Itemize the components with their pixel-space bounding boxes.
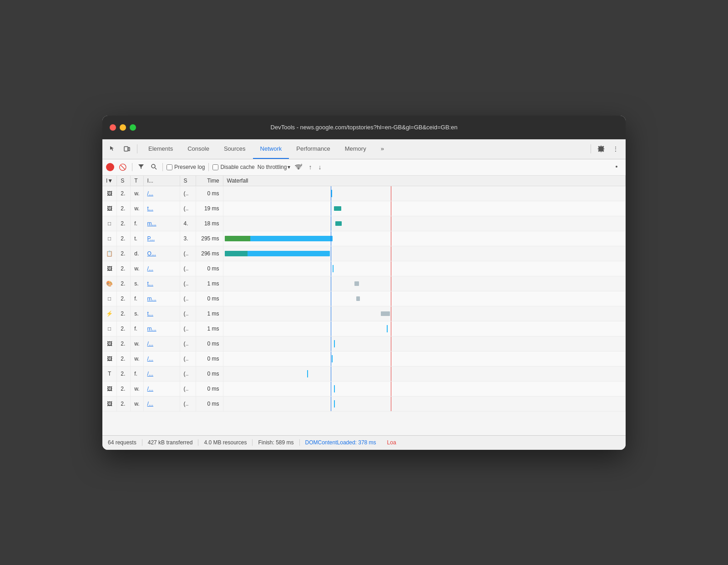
table-row[interactable]: 🎨2.s.t...(..1 ms bbox=[102, 276, 626, 291]
filter-icon[interactable] bbox=[136, 163, 146, 172]
table-row[interactable]: □2.t.P...3.295 ms bbox=[102, 231, 626, 246]
table-row[interactable]: 🖼2.w./...(..0 ms bbox=[102, 351, 626, 366]
settings-icon[interactable] bbox=[595, 143, 607, 155]
traffic-lights bbox=[110, 124, 136, 131]
th-name[interactable]: I... bbox=[143, 176, 180, 186]
disable-cache-input[interactable] bbox=[212, 164, 218, 170]
clear-button[interactable]: 🚫 bbox=[117, 163, 128, 172]
tab-elements[interactable]: Elements bbox=[141, 139, 180, 159]
search-icon[interactable] bbox=[149, 163, 159, 172]
preserve-log-checkbox[interactable]: Preserve log bbox=[167, 164, 205, 170]
minimize-button[interactable] bbox=[120, 124, 126, 131]
disable-cache-checkbox[interactable]: Disable cache bbox=[212, 164, 254, 170]
more-options-icon[interactable]: ⋮ bbox=[609, 143, 622, 155]
svg-point-2 bbox=[152, 164, 155, 168]
device-toggle-icon[interactable] bbox=[121, 143, 133, 155]
cell-status: 2. bbox=[117, 261, 131, 276]
cell-size: (.. bbox=[180, 201, 196, 216]
table-row[interactable]: 🖼2.w./...(..0 ms bbox=[102, 381, 626, 396]
cell-status: 2. bbox=[117, 351, 131, 366]
cell-icon: 🎨 bbox=[102, 276, 117, 291]
cell-name: /... bbox=[143, 381, 180, 396]
cell-time: 296 ms bbox=[196, 246, 223, 261]
network-toolbar: 🚫 Preserve log Disable cache No throttli… bbox=[102, 159, 626, 176]
cell-type: w. bbox=[131, 201, 143, 216]
cell-waterfall bbox=[223, 381, 625, 396]
table-row[interactable]: 🖼2.w.t...(..19 ms bbox=[102, 201, 626, 216]
svg-point-4 bbox=[298, 168, 299, 169]
cell-waterfall bbox=[223, 366, 625, 381]
th-size[interactable]: S bbox=[180, 176, 196, 186]
cell-size: (.. bbox=[180, 381, 196, 396]
throttle-label: No throttling bbox=[258, 164, 287, 170]
record-button[interactable] bbox=[106, 163, 114, 171]
cell-waterfall bbox=[223, 336, 625, 351]
download-icon[interactable]: ↓ bbox=[316, 163, 323, 172]
table-row[interactable]: □2.f.m...4.18 ms bbox=[102, 216, 626, 231]
cell-name: /... bbox=[143, 366, 180, 381]
throttle-arrow: ▾ bbox=[288, 164, 290, 170]
inspect-icon[interactable] bbox=[106, 143, 119, 155]
cell-type: f. bbox=[131, 321, 143, 336]
maximize-button[interactable] bbox=[130, 124, 136, 131]
th-time[interactable]: Time bbox=[196, 176, 223, 186]
table-row[interactable]: 📋2.d.O...(..296 ms bbox=[102, 246, 626, 261]
cell-name: t... bbox=[143, 306, 180, 321]
tab-memory[interactable]: Memory bbox=[338, 139, 374, 159]
cell-size: (.. bbox=[180, 351, 196, 366]
cell-type: w. bbox=[131, 186, 143, 201]
cell-waterfall bbox=[223, 321, 625, 336]
table-row[interactable]: ⚡2.s.t...(..1 ms bbox=[102, 306, 626, 321]
cell-name: P... bbox=[143, 231, 180, 246]
cell-type: d. bbox=[131, 246, 143, 261]
wifi-icon[interactable] bbox=[293, 163, 304, 172]
cell-size: (.. bbox=[180, 186, 196, 201]
cell-waterfall bbox=[223, 291, 625, 306]
cell-type: w. bbox=[131, 351, 143, 366]
cell-waterfall bbox=[223, 351, 625, 366]
network-settings-icon[interactable] bbox=[611, 162, 622, 173]
table-row[interactable]: 🖼2.w./...(..0 ms bbox=[102, 336, 626, 351]
preserve-log-label: Preserve log bbox=[174, 164, 205, 170]
table-row[interactable]: □2.f.m...(..1 ms bbox=[102, 321, 626, 336]
cell-time: 18 ms bbox=[196, 216, 223, 231]
table-header-row: I▼ S T I... S Time Waterfall bbox=[102, 176, 626, 186]
th-icon[interactable]: I▼ bbox=[102, 176, 117, 186]
tab-network[interactable]: Network bbox=[253, 139, 289, 159]
table-row[interactable]: 🖼2.w./...(..0 ms bbox=[102, 261, 626, 276]
tab-performance[interactable]: Performance bbox=[289, 139, 337, 159]
cell-status: 2. bbox=[117, 321, 131, 336]
cell-type: w. bbox=[131, 396, 143, 411]
cell-status: 2. bbox=[117, 396, 131, 411]
table-row[interactable]: 🖼2.w./...(..0 ms bbox=[102, 396, 626, 411]
tab-sources[interactable]: Sources bbox=[217, 139, 253, 159]
th-status[interactable]: S bbox=[117, 176, 131, 186]
preserve-log-input[interactable] bbox=[167, 164, 172, 170]
tab-more[interactable]: » bbox=[374, 139, 391, 159]
disable-cache-label: Disable cache bbox=[220, 164, 254, 170]
cell-name: /... bbox=[143, 396, 180, 411]
svg-rect-0 bbox=[124, 147, 128, 151]
cell-size: (.. bbox=[180, 366, 196, 381]
table-row[interactable]: T2.f./...(..0 ms bbox=[102, 366, 626, 381]
cell-type: w. bbox=[131, 381, 143, 396]
cell-type: s. bbox=[131, 276, 143, 291]
throttle-selector[interactable]: No throttling ▾ bbox=[258, 164, 291, 170]
cell-name: /... bbox=[143, 261, 180, 276]
cell-icon: 🖼 bbox=[102, 201, 117, 216]
close-button[interactable] bbox=[110, 124, 116, 131]
cell-status: 2. bbox=[117, 336, 131, 351]
upload-icon[interactable]: ↑ bbox=[307, 163, 313, 172]
tab-console[interactable]: Console bbox=[180, 139, 217, 159]
table-row[interactable]: □2.f.m...(..0 ms bbox=[102, 291, 626, 306]
cell-icon: 🖼 bbox=[102, 396, 117, 411]
network-table-container[interactable]: I▼ S T I... S Time Waterfall 🖼2.w./...(.… bbox=[102, 176, 626, 435]
cell-status: 2. bbox=[117, 381, 131, 396]
th-waterfall[interactable]: Waterfall bbox=[223, 176, 625, 186]
cell-status: 2. bbox=[117, 201, 131, 216]
table-row[interactable]: 🖼2.w./...(..0 ms bbox=[102, 186, 626, 201]
cell-waterfall bbox=[223, 231, 625, 246]
cell-name: /... bbox=[143, 336, 180, 351]
cell-time: 1 ms bbox=[196, 306, 223, 321]
th-type[interactable]: T bbox=[131, 176, 143, 186]
